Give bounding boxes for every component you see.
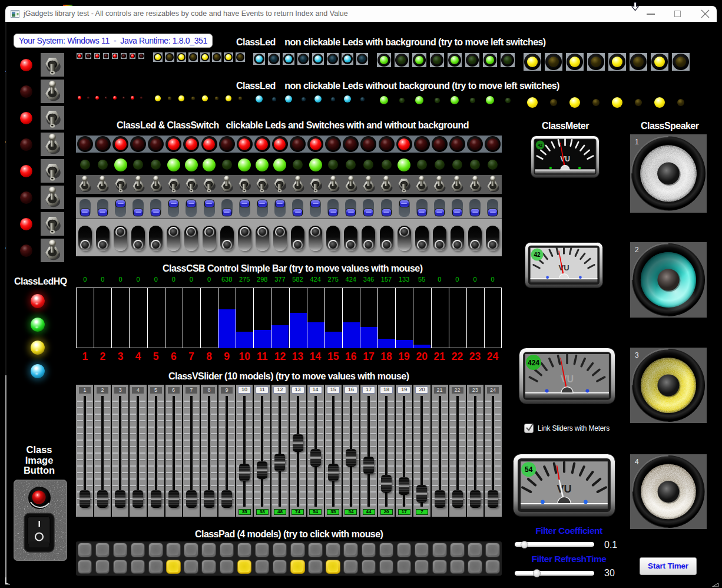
svg-text:54: 54 — [525, 465, 533, 474]
svg-text:3: 3 — [635, 351, 639, 359]
svg-text:2: 2 — [635, 246, 639, 254]
svg-text:VU: VU — [558, 263, 569, 272]
svg-text:424: 424 — [528, 359, 539, 367]
svg-text:4: 4 — [635, 458, 639, 466]
svg-text:1: 1 — [635, 138, 639, 146]
svg-text:42: 42 — [538, 143, 542, 147]
svg-text:42: 42 — [534, 252, 541, 258]
svg-text:VU: VU — [557, 483, 571, 495]
svg-text:VU: VU — [560, 155, 570, 163]
svg-text:VU: VU — [561, 374, 574, 384]
